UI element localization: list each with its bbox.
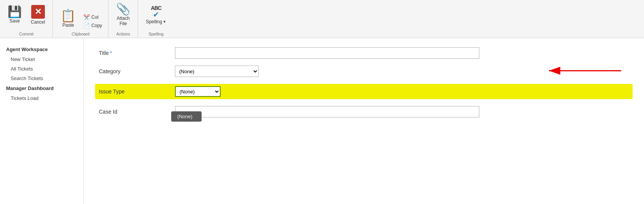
- actions-section: 📎 Attach File Actions: [108, 0, 138, 38]
- sidebar-item-new-ticket[interactable]: New Ticket: [0, 55, 83, 64]
- cancel-icon: ✕: [31, 5, 45, 19]
- sidebar-item-all-tickets[interactable]: All Tickets: [0, 64, 83, 74]
- save-icon: 💾: [8, 6, 22, 18]
- clipboard-section: 📋 Paste ✂️ Cut 📄 Copy Clipboard: [53, 0, 108, 38]
- commit-section-label: Commit: [19, 30, 33, 36]
- category-row: Category (None): [99, 66, 629, 77]
- sidebar: Agent Workspace New Ticket All Tickets S…: [0, 38, 84, 204]
- category-select[interactable]: (None): [175, 66, 259, 77]
- cut-label: Cut: [91, 14, 99, 20]
- save-button[interactable]: 💾 Save: [4, 5, 25, 25]
- sidebar-group-manager-dashboard: Manager Dashboard: [0, 83, 83, 93]
- sidebar-group-agent-workspace: Agent Workspace: [0, 44, 83, 55]
- toolbar: 💾 Save ✕ Cancel Commit 📋 Paste ✂️: [0, 0, 644, 38]
- attach-file-icon: 📎: [116, 3, 130, 15]
- issue-type-dropdown-popup: (None): [171, 111, 202, 122]
- sidebar-item-tickets-load[interactable]: Tickets Load: [0, 93, 83, 103]
- dropdown-none-option[interactable]: (None): [177, 114, 192, 119]
- copy-button[interactable]: 📄 Copy: [81, 22, 104, 29]
- spelling-section: ABC ✔ Spelling ▼ Spelling: [138, 0, 174, 38]
- cancel-label: Cancel: [31, 19, 45, 25]
- paste-label: Paste: [62, 22, 74, 28]
- red-arrow-annotation: [545, 64, 621, 79]
- spelling-section-label: Spelling: [149, 30, 164, 36]
- category-label: Category: [99, 68, 175, 74]
- attach-file-label: Attach File: [117, 16, 130, 26]
- paste-button[interactable]: 📋 Paste: [57, 8, 80, 29]
- attach-file-button[interactable]: 📎 Attach File: [112, 2, 134, 28]
- cut-button[interactable]: ✂️ Cut: [81, 13, 101, 21]
- main-layout: Agent Workspace New Ticket All Tickets S…: [0, 38, 644, 204]
- title-required: *: [110, 50, 112, 56]
- copy-icon: 📄: [83, 22, 90, 29]
- content-area: Title* Category (None): [84, 38, 644, 204]
- spelling-label: Spelling ▼: [146, 19, 166, 24]
- clipboard-section-label: Clipboard: [72, 30, 89, 38]
- title-row: Title*: [99, 47, 629, 59]
- cancel-button[interactable]: ✕ Cancel: [27, 3, 49, 26]
- sidebar-item-search-tickets[interactable]: Search Tickets: [0, 74, 83, 83]
- case-id-input[interactable]: [175, 106, 479, 117]
- commit-section: 💾 Save ✕ Cancel Commit: [0, 0, 53, 38]
- issue-type-select[interactable]: (None): [175, 86, 221, 97]
- copy-label: Copy: [91, 23, 102, 28]
- case-id-label: Case Id: [99, 109, 175, 115]
- title-label: Title*: [99, 50, 175, 56]
- actions-section-label: Actions: [116, 30, 130, 36]
- spelling-button[interactable]: ABC ✔ Spelling ▼: [142, 4, 170, 26]
- cut-icon: ✂️: [83, 14, 90, 20]
- cut-copy-group: ✂️ Cut 📄 Copy: [81, 13, 104, 29]
- save-label: Save: [10, 18, 20, 24]
- issue-type-label: Issue Type: [99, 88, 175, 95]
- issue-type-row: Issue Type (None) (None): [95, 84, 633, 99]
- spelling-icon: ABC ✔: [151, 5, 161, 18]
- paste-icon: 📋: [60, 10, 76, 22]
- title-input[interactable]: [175, 47, 479, 59]
